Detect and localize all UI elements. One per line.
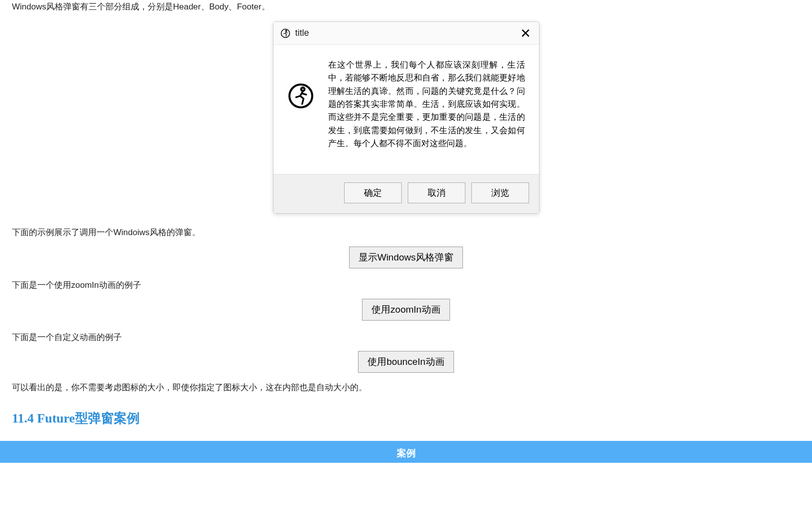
- dialog-footer: 确定 取消 浏览: [273, 174, 539, 213]
- dialog-body: 在这个世界上，我们每个人都应该深刻理解，生活中，若能够不断地反思和自省，那么我们…: [273, 45, 539, 174]
- cancel-button[interactable]: 取消: [408, 182, 465, 203]
- desc-windows: 下面的示例展示了调用一个Windoiws风格的弹窗。: [12, 226, 800, 239]
- browse-button[interactable]: 浏览: [471, 182, 529, 203]
- ok-button[interactable]: 确定: [344, 182, 402, 203]
- show-windows-dialog-button[interactable]: 显示Windows风格弹窗: [349, 247, 463, 268]
- dialog-example-wrapper: title ✕ 在这个世界上，我们每个人都应该深刻理解，生活中，若能够不断地反思…: [12, 21, 800, 214]
- icon-size-note: 可以看出的是，你不需要考虑图标的大小，即使你指定了图标大小，这在内部也是自动大小…: [12, 381, 800, 394]
- running-man-icon: [287, 83, 314, 109]
- case-banner: 案例: [0, 441, 812, 463]
- demo-btn-wrap: 使用bounceIn动画: [12, 351, 800, 373]
- windows-dialog: title ✕ 在这个世界上，我们每个人都应该深刻理解，生活中，若能够不断地反思…: [273, 21, 540, 214]
- desc-zoomin: 下面是一个使用zoomIn动画的例子: [12, 278, 800, 292]
- dialog-body-text: 在这个世界上，我们每个人都应该深刻理解，生活中，若能够不断地反思和自省，那么我们…: [328, 59, 525, 150]
- running-man-icon: [280, 28, 290, 38]
- close-icon[interactable]: ✕: [518, 27, 533, 40]
- dialog-title: title: [295, 26, 518, 40]
- demo-btn-wrap: 使用zoomIn动画: [12, 299, 800, 321]
- intro-text: Windows风格弹窗有三个部分组成，分别是Header、Body、Footer…: [12, 0, 800, 13]
- zoomin-animation-button[interactable]: 使用zoomIn动画: [362, 299, 450, 321]
- desc-bouncein: 下面是一个自定义动画的例子: [12, 331, 800, 344]
- section-heading: 11.4 Future型弹窗案例: [12, 408, 800, 429]
- demo-btn-wrap: 显示Windows风格弹窗: [12, 247, 800, 268]
- bouncein-animation-button[interactable]: 使用bounceIn动画: [358, 351, 453, 373]
- dialog-header: title ✕: [273, 22, 539, 45]
